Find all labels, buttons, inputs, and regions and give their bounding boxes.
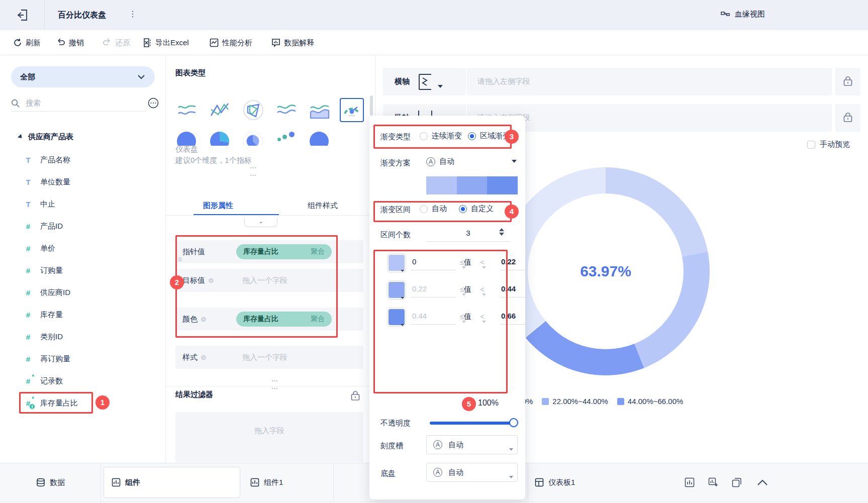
opacity-slider-thumb[interactable]	[509, 418, 518, 427]
x-axis-lock-button[interactable]	[835, 68, 860, 95]
chart-type-pie-slice-icon[interactable]	[210, 132, 229, 146]
chart-type-multiline-icon[interactable]	[208, 98, 232, 122]
pointer-field-pill[interactable]: 库存量占比 聚合	[236, 244, 332, 259]
sidebar-field-订购量[interactable]: #订购量	[23, 264, 63, 277]
chevron-down-icon[interactable]	[512, 160, 517, 163]
interval-count-stepper[interactable]	[499, 228, 504, 236]
radio-continuous-gradient[interactable]: 连续渐变	[420, 131, 462, 141]
le-operator-dropdown[interactable]: ≤	[460, 312, 464, 321]
tab-component1[interactable]: 组件1	[250, 463, 283, 501]
sidebar-field-产品ID[interactable]: #产品ID	[23, 220, 63, 233]
range-to-input[interactable]: 0.44	[500, 283, 526, 297]
radio-regional-gradient[interactable]: 区域渐变	[468, 131, 510, 141]
tab-component-style[interactable]: 组件样式	[270, 201, 375, 211]
stepper-down-icon[interactable]	[499, 233, 504, 236]
new-component-button[interactable]	[685, 463, 695, 501]
opacity-slider[interactable]	[430, 422, 514, 425]
gear-icon[interactable]: ⚙	[201, 316, 207, 323]
le-operator-dropdown[interactable]: ≤	[460, 285, 464, 293]
range-from-input[interactable]: 0.22	[410, 283, 455, 297]
sidebar-field-供应商ID[interactable]: #供应商ID	[23, 286, 70, 299]
add-component-button[interactable]	[708, 463, 718, 501]
legend-item[interactable]: 44.00%~66.00%	[617, 397, 684, 406]
gradient-scheme-select[interactable]: A 自动	[426, 157, 454, 166]
data-explain-button[interactable]: 数据解释	[271, 30, 314, 55]
manual-preview-checkbox[interactable]: 手动预览	[807, 140, 850, 149]
lt-operator-dropdown[interactable]: <	[480, 285, 485, 293]
shelf-color[interactable]: 颜色 ⚙ 库存量占比 聚合	[175, 308, 363, 331]
lock-icon[interactable]	[350, 391, 361, 402]
chart-type-line-icon[interactable]	[175, 98, 199, 122]
collapse-panel-button[interactable]	[757, 463, 768, 501]
lt-operator-dropdown[interactable]: <	[480, 258, 485, 266]
range-from-input[interactable]: 0.44	[410, 310, 455, 325]
back-icon[interactable]	[17, 9, 28, 21]
gear-icon[interactable]: ⚙	[208, 277, 214, 284]
color-field-pill[interactable]: 库存量占比 聚合	[236, 312, 332, 327]
sidebar-field-单位数量[interactable]: T单位数量	[23, 175, 70, 188]
shelf-target-value[interactable]: 目标值 ⚙ 拖入一个字段	[175, 269, 363, 292]
result-filter-dropzone[interactable]: 拖入字段	[175, 412, 363, 462]
performance-analysis-button[interactable]: 性能分析	[210, 30, 252, 55]
sidebar-field-记录数[interactable]: #*记录数	[23, 374, 63, 387]
x-axis-type-icon[interactable]	[417, 73, 434, 91]
gear-icon[interactable]: ⚙	[201, 354, 207, 361]
radio-interval-custom[interactable]: 自定义	[459, 204, 494, 214]
range-color-swatch[interactable]	[388, 254, 406, 272]
range-from-input[interactable]: 0	[410, 256, 455, 270]
radio-interval-auto[interactable]: 自动	[420, 204, 447, 214]
range-color-swatch[interactable]	[388, 308, 406, 326]
chart-type-scatter-icon[interactable]	[277, 138, 281, 141]
gauge-chart[interactable]: 63.97%	[502, 167, 710, 375]
range-color-swatch[interactable]	[388, 281, 406, 299]
chart-type-donut-icon[interactable]	[243, 132, 262, 146]
redo-button[interactable]: 还原	[103, 30, 130, 55]
chart-type-bubble-icon[interactable]	[310, 132, 329, 146]
stepper-up-icon[interactable]	[499, 228, 504, 231]
sidebar-field-中止[interactable]: T中止	[23, 197, 55, 211]
shelf-pointer-value[interactable]: 指针值 库存量占比 聚合	[175, 240, 363, 263]
copy-component-button[interactable]	[732, 463, 742, 501]
table-scope-select[interactable]: 全部	[11, 66, 155, 87]
le-operator-dropdown[interactable]: ≤	[460, 258, 464, 266]
legend-item[interactable]: 22.00%~44.00%	[542, 397, 608, 406]
lt-operator-dropdown[interactable]: <	[480, 312, 485, 321]
sidebar-field-再订购量[interactable]: #再订购量	[23, 352, 70, 365]
sidebar-field-类别ID[interactable]: #类别ID	[23, 330, 63, 343]
chart-type-scatter-icon-dot2[interactable]	[289, 132, 295, 137]
sidebar-field-产品名称[interactable]: T产品名称	[23, 153, 70, 166]
tick-slot-select[interactable]: A 自动	[426, 435, 518, 454]
chart-type-stacked-line-icon[interactable]	[274, 98, 299, 122]
chart-type-area-icon[interactable]	[308, 98, 332, 122]
chevron-down-icon[interactable]	[438, 85, 443, 88]
lineage-view-button[interactable]: 血缘视图	[720, 10, 765, 19]
shelf-style[interactable]: 样式 ⚙ 拖入一个字段	[175, 346, 363, 369]
title-more-menu-icon[interactable]: ⋮	[129, 9, 137, 19]
chart-type-gauge-icon-selected[interactable]	[340, 98, 364, 122]
sidebar-field-库存量[interactable]: #库存量	[23, 308, 63, 321]
sidebar-table-node[interactable]: 供应商产品表	[18, 132, 73, 142]
panel-drag-handle[interactable]: ⠿	[178, 258, 186, 272]
refresh-button[interactable]: 刷新	[13, 30, 41, 55]
interval-count-input[interactable]: 3	[426, 229, 510, 242]
chart-type-pie-icon[interactable]	[177, 132, 196, 146]
range-to-input[interactable]: 0.66	[500, 310, 526, 325]
sidebar-field-库存量占比[interactable]: #*f库存量占比	[23, 396, 78, 410]
gradient-scheme-preview[interactable]	[426, 176, 518, 194]
chart-section-expand-dots[interactable]: ⋯⋯	[250, 164, 257, 179]
x-axis-shelf[interactable]: 横轴 请拖入左侧字段	[383, 68, 832, 95]
chart-type-scatter-icon-dot[interactable]	[282, 135, 287, 139]
tab-dashboard1[interactable]: 仪表板1	[535, 463, 575, 501]
section-expand-dots[interactable]: ⋯⋯	[271, 377, 279, 392]
tab-component[interactable]: 组件	[112, 463, 140, 501]
sidebar-field-单价[interactable]: #单价	[23, 242, 55, 255]
tab-data[interactable]: 数据	[36, 463, 65, 501]
export-excel-button[interactable]: 导出Excel	[143, 30, 189, 55]
panel-scrollbar[interactable]	[370, 95, 373, 116]
y-axis-lock-button[interactable]	[835, 104, 860, 132]
base-plate-select[interactable]: A 自动	[426, 463, 518, 482]
search-input[interactable]: 搜索	[11, 95, 146, 112]
field-settings-icon[interactable]	[148, 97, 159, 109]
undo-button[interactable]: 撤销	[56, 30, 84, 55]
tab-graphic-attributes[interactable]: 图形属性	[166, 201, 270, 211]
